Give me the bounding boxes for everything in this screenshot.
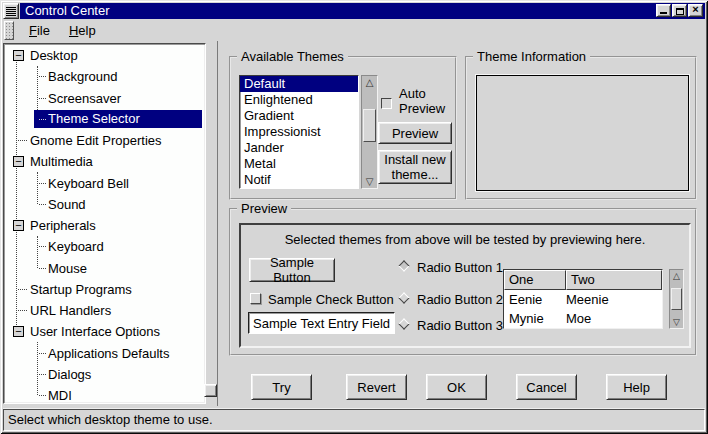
tree-item-peripherals[interactable]: − Peripherals [6, 215, 203, 236]
sample-button[interactable]: Sample Button [249, 258, 335, 282]
table-row[interactable]: Eenie Meenie [504, 290, 662, 309]
minimize-button[interactable] [656, 4, 671, 17]
title-bar: Control Center × [3, 3, 705, 19]
minus-glyph: − [15, 221, 21, 230]
theme-list-item[interactable]: Jander [240, 140, 358, 156]
minus-glyph: − [15, 327, 21, 336]
theme-list-item[interactable]: Gradient [240, 108, 358, 124]
theme-list-item[interactable]: Metal [240, 156, 358, 172]
tree-item-keyboard[interactable]: Keyboard [6, 236, 203, 257]
tree-connector [39, 119, 46, 120]
preview-button[interactable]: Preview [378, 122, 452, 144]
theme-info-box [476, 75, 689, 191]
tree-connector [39, 374, 46, 375]
menu-drag-handle[interactable] [4, 21, 14, 40]
tree-connector [39, 204, 46, 205]
menu-help[interactable]: Help [65, 21, 100, 40]
status-text: Select which desktop theme to use. [4, 410, 213, 430]
sample-table-scrollbar[interactable]: △ ▽ [669, 269, 684, 329]
scroll-up-icon[interactable]: △ [670, 270, 683, 282]
theme-information-group: Theme Information [465, 56, 697, 200]
theme-list-item[interactable]: Enlightened [240, 92, 358, 108]
tree-item-url-handlers[interactable]: URL Handlers [6, 300, 203, 321]
table-row[interactable]: Mynie Moe [504, 309, 662, 328]
sample-text-entry[interactable] [248, 312, 395, 334]
tree-connector [39, 76, 46, 77]
tree-item-screensaver[interactable]: Screensaver [6, 88, 203, 109]
title-area[interactable]: Control Center × [20, 3, 705, 19]
table-cell: Moe [566, 309, 662, 328]
expander-icon[interactable]: − [13, 156, 24, 167]
cancel-button[interactable]: Cancel [516, 374, 577, 400]
tree-item-multimedia[interactable]: − Multimedia [6, 151, 203, 172]
maximize-icon [676, 8, 684, 15]
column-header[interactable]: Two [566, 270, 662, 290]
theme-list-item[interactable]: Default [240, 76, 358, 92]
tree-item-theme-selector[interactable]: Theme Selector [6, 109, 203, 130]
tree-item-sound[interactable]: Sound [6, 194, 203, 215]
column-header[interactable]: One [504, 270, 566, 290]
help-button[interactable]: Help [606, 374, 667, 400]
tree-item-mouse[interactable]: Mouse [6, 258, 203, 279]
tree-item-keyboard-bell[interactable]: Keyboard Bell [6, 173, 203, 194]
sample-checkbox[interactable] [250, 293, 261, 304]
maximize-button[interactable] [672, 4, 687, 17]
expander-icon[interactable]: − [13, 50, 24, 61]
tree-connector [18, 140, 27, 141]
scrollbar-thumb[interactable] [671, 288, 682, 310]
pane-resize-handle[interactable] [204, 384, 217, 397]
preview-caption: Selected themes from above will be teste… [241, 232, 689, 247]
preview-panel: Selected themes from above will be teste… [239, 223, 691, 348]
radio-button-3[interactable] [398, 318, 409, 329]
preview-group: Preview Selected themes from above will … [229, 208, 697, 356]
window-menu-icon [6, 7, 16, 16]
expander-icon[interactable]: − [13, 326, 24, 337]
category-tree: − Desktop Background Screensaver Theme S… [3, 43, 206, 404]
auto-preview-label: Auto Preview [399, 86, 455, 116]
window-controls: × [656, 4, 703, 17]
tree-item-background[interactable]: Background [6, 66, 203, 87]
selected-row-highlight: Theme Selector [34, 110, 202, 128]
try-button[interactable]: Try [251, 374, 312, 400]
ok-button[interactable]: OK [426, 374, 487, 400]
radio-button-2-label: Radio Button 2 [417, 292, 503, 307]
tree-connector [39, 183, 46, 184]
close-icon: × [692, 4, 698, 15]
window-menu-button[interactable] [3, 3, 19, 19]
sample-checkbox-label: Sample Check Button [268, 292, 394, 307]
radio-button-3-label: Radio Button 3 [417, 318, 503, 333]
sample-table: One Two Eenie Meenie Mynie Moe [503, 269, 663, 329]
tree-item-user-interface-options[interactable]: − User Interface Options [6, 321, 203, 342]
tree-item-startup-programs[interactable]: Startup Programs [6, 279, 203, 300]
tree-item-dialogs[interactable]: Dialogs [6, 364, 203, 385]
table-cell: Mynie [504, 309, 566, 328]
tree-connector [39, 395, 46, 396]
scroll-down-icon[interactable]: ▽ [362, 175, 377, 188]
auto-preview-checkbox[interactable] [381, 98, 392, 109]
minimize-icon [660, 12, 667, 14]
preview-title: Preview [237, 201, 291, 216]
close-button[interactable]: × [688, 4, 703, 17]
tree-item-applications-defaults[interactable]: Applications Defaults [6, 343, 203, 364]
scroll-up-icon[interactable]: △ [362, 76, 377, 89]
settings-panel: Available Themes Default Enlightened Gra… [217, 41, 705, 406]
scrollbar-thumb[interactable] [363, 109, 376, 142]
tree-connector [39, 246, 46, 247]
minus-glyph: − [15, 157, 21, 166]
menu-file[interactable]: File [25, 21, 54, 40]
tree-connector [39, 268, 46, 269]
theme-list-scrollbar[interactable]: △ ▽ [361, 75, 378, 189]
table-header-row: One Two [504, 270, 662, 290]
theme-list-item[interactable]: Impressionist [240, 124, 358, 140]
scroll-down-icon[interactable]: ▽ [670, 316, 683, 328]
window-title: Control Center [20, 3, 110, 19]
tree-item-desktop[interactable]: − Desktop [6, 45, 203, 66]
tree-item-mdi[interactable]: MDI [6, 385, 203, 404]
expander-icon[interactable]: − [13, 220, 24, 231]
theme-list-item[interactable]: Notif [240, 172, 358, 188]
tree-item-gnome-edit-properties[interactable]: Gnome Edit Properties [6, 130, 203, 151]
radio-button-1[interactable] [398, 260, 409, 271]
revert-button[interactable]: Revert [346, 374, 407, 400]
radio-button-2[interactable] [398, 292, 409, 303]
install-theme-button[interactable]: Install new theme... [378, 150, 452, 184]
